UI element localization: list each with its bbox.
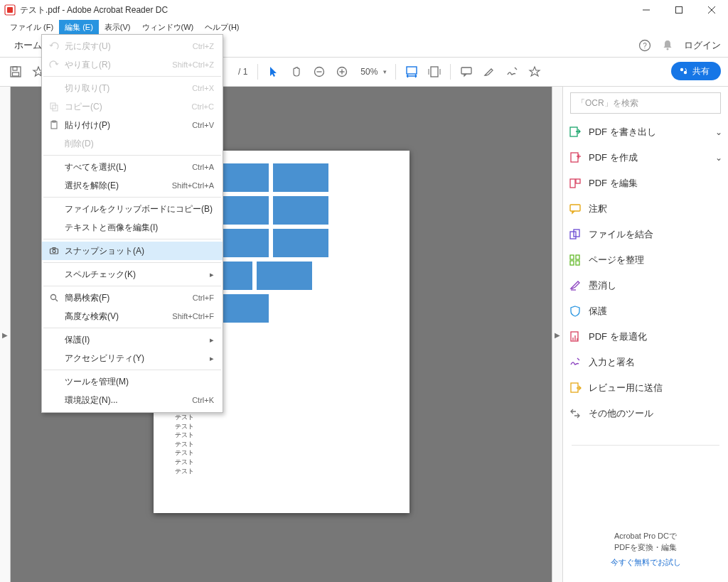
fit-width-button[interactable] (402, 62, 422, 82)
menu-item-label: コピー(C) (65, 101, 102, 113)
title-bar: テスト.pdf - Adobe Acrobat Reader DC (0, 0, 728, 20)
svg-text:?: ? (643, 42, 647, 50)
tool-create-pdf[interactable]: PDF を作成 ⌄ (569, 145, 722, 171)
svg-rect-17 (407, 67, 417, 74)
sign-button[interactable] (502, 62, 522, 82)
tool-label: PDF を書き出し (589, 126, 656, 139)
menu-find[interactable]: 簡易検索(F) Ctrl+F (42, 289, 223, 307)
menu-copy[interactable]: コピー(C) Ctrl+C (42, 97, 223, 116)
menu-item-label: ファイルをクリップボードにコピー(B) (65, 203, 213, 215)
menu-edit[interactable]: 編集 (E) (59, 20, 99, 34)
svg-rect-33 (574, 230, 579, 237)
zoom-dropdown[interactable]: 50%▾ (355, 65, 390, 78)
menu-item-label: テキストと画像を編集(I) (65, 222, 158, 234)
tools-search-placeholder: 「OCR」を検索 (577, 97, 638, 109)
tool-edit-pdf[interactable]: PDF を編集 (569, 171, 722, 196)
menu-undo[interactable]: 元に戻す(U) Ctrl+Z (42, 37, 223, 55)
svg-line-22 (515, 68, 517, 70)
menu-item-label: 環境設定(N)... (65, 394, 118, 406)
menu-spellcheck[interactable]: スペルチェック(K) ▸ (42, 265, 223, 284)
save-button[interactable] (6, 62, 26, 82)
menu-preferences[interactable]: 環境設定(N)... Ctrl+K (42, 391, 223, 409)
menu-item-label: スナップショット(A) (65, 245, 144, 257)
tool-organize[interactable]: ページを整理 (569, 247, 722, 273)
menu-cut[interactable]: 切り取り(T) Ctrl+X (42, 79, 223, 97)
menu-select-all[interactable]: すべてを選択(L) Ctrl+A (42, 158, 223, 176)
menu-window[interactable]: ウィンドウ(W) (136, 20, 200, 34)
menu-item-label: やり直し(R) (65, 59, 111, 71)
redact-icon (569, 279, 582, 292)
panel-footer: Acrobat Pro DCで PDFを変換・編集 今すぐ無料でお試し (563, 530, 728, 583)
tool-send-review[interactable]: レビュー用に送信 (569, 375, 722, 401)
comment-button[interactable] (456, 62, 476, 82)
menu-accessibility[interactable]: アクセシビリティ(Y) ▸ (42, 349, 223, 367)
bell-icon[interactable] (661, 39, 674, 52)
menu-file[interactable]: ファイル (F) (4, 20, 59, 34)
menu-shortcut: Ctrl+F (193, 293, 214, 302)
svg-rect-11 (13, 72, 19, 76)
tool-label: その他のツール (589, 407, 653, 420)
select-tool[interactable] (264, 62, 284, 82)
window-controls (630, 0, 728, 20)
svg-rect-37 (576, 261, 579, 265)
shield-icon (569, 305, 582, 318)
menu-copy-file[interactable]: ファイルをクリップボードにコピー(B) (42, 200, 223, 218)
tool-comment[interactable]: 注釈 (569, 196, 722, 222)
tool-optimize[interactable]: PDF を最適化 (569, 324, 722, 350)
menu-manage-tools[interactable]: ツールを管理(M) (42, 372, 223, 391)
menu-shortcut: Ctrl+X (192, 84, 214, 92)
close-button[interactable] (695, 0, 728, 20)
left-pane-toggle[interactable]: ▶ (0, 87, 11, 582)
menu-protect[interactable]: 保護(I) ▸ (42, 330, 223, 349)
menu-adv-search[interactable]: 高度な検索(V) Shift+Ctrl+F (42, 307, 223, 325)
tool-combine[interactable]: ファイルを結合 (569, 222, 722, 247)
menu-item-label: スペルチェック(K) (65, 269, 136, 281)
help-icon[interactable]: ? (638, 39, 651, 52)
more-tools-icon (569, 407, 582, 420)
menu-help[interactable]: ヘルプ(H) (199, 20, 245, 34)
highlight-button[interactable] (479, 62, 499, 82)
menu-item-label: 選択を解除(E) (65, 180, 119, 192)
svg-rect-10 (13, 67, 17, 70)
menu-item-label: すべてを選択(L) (65, 161, 127, 173)
toolbar-separator (257, 64, 258, 80)
menu-snapshot[interactable]: スナップショット(A) (42, 242, 223, 260)
chevron-right-icon: ▸ (210, 335, 214, 345)
window-title: テスト.pdf - Adobe Acrobat Reader DC (20, 4, 168, 16)
stamp-button[interactable] (525, 62, 545, 82)
svg-rect-34 (570, 255, 574, 259)
svg-rect-30 (576, 179, 580, 183)
tool-label: PDF を編集 (589, 177, 638, 190)
menu-redo[interactable]: やり直し(R) Shift+Ctrl+Z (42, 55, 223, 74)
menu-delete[interactable]: 削除(D) (42, 134, 223, 153)
tool-label: 入力と署名 (589, 356, 635, 369)
toolbar-separator (450, 64, 451, 80)
tools-search[interactable]: 「OCR」を検索 (570, 92, 721, 114)
minimize-button[interactable] (630, 0, 663, 20)
zoom-out-button[interactable] (309, 62, 329, 82)
menu-deselect[interactable]: 選択を解除(E) Shift+Ctrl+A (42, 176, 223, 195)
menu-shortcut: Ctrl+A (192, 163, 214, 171)
menu-edit-textimg[interactable]: テキストと画像を編集(I) (42, 218, 223, 237)
menu-separator (43, 262, 221, 263)
share-button[interactable]: 共有 (671, 62, 721, 80)
zoom-in-button[interactable] (332, 62, 352, 82)
right-pane-toggle[interactable]: ▶ (552, 87, 562, 582)
hand-tool[interactable] (287, 62, 306, 82)
svg-rect-29 (570, 179, 575, 188)
menu-item-label: 高度な検索(V) (65, 311, 119, 323)
fit-page-button[interactable] (424, 62, 444, 82)
search-icon (48, 293, 60, 303)
tool-sign[interactable]: 入力と署名 (569, 350, 722, 375)
svg-rect-1 (7, 7, 13, 13)
tool-more[interactable]: その他のツール (569, 401, 722, 426)
tool-protect[interactable]: 保護 (569, 298, 722, 324)
maximize-button[interactable] (663, 0, 695, 20)
login-link[interactable]: ログイン (684, 39, 721, 52)
menu-paste[interactable]: 貼り付け(P) Ctrl+V (42, 116, 223, 134)
trial-link[interactable]: 今すぐ無料でお試し (563, 556, 728, 568)
menu-view[interactable]: 表示(V) (99, 20, 136, 34)
menu-shortcut: Ctrl+V (192, 121, 214, 129)
tool-redact[interactable]: 墨消し (569, 273, 722, 298)
tool-export-pdf[interactable]: PDF を書き出し ⌄ (569, 119, 722, 145)
